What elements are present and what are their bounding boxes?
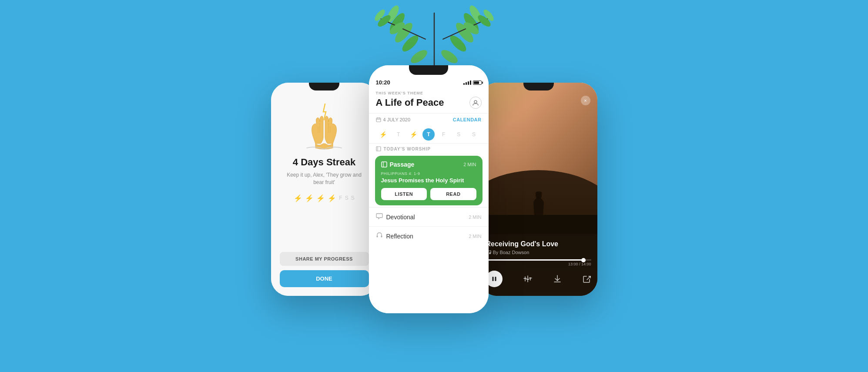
svg-line-11 (443, 17, 491, 39)
streak-bolt-1: ⚡ (294, 194, 302, 202)
date-row: 4 JULY 2020 CALENDAR (369, 113, 489, 126)
time-current: 13:00 (568, 262, 578, 266)
profile-icon[interactable] (469, 97, 482, 109)
read-button[interactable]: READ (430, 188, 476, 200)
center-header: THIS WEEK'S THEME A Life of Peace (369, 89, 489, 113)
calendar-link[interactable]: CALENDAR (453, 117, 482, 122)
svg-point-16 (388, 20, 406, 37)
signal-bar-2 (466, 82, 467, 85)
right-phone: × Receiving God's Love By Boaz Dowson (480, 83, 597, 296)
devotional-item[interactable]: Devotional 2 MIN (369, 207, 489, 226)
streak-bolt-2: ⚡ (305, 194, 314, 202)
battery-fill (474, 81, 479, 84)
reflection-icon (376, 232, 383, 240)
notch-right (523, 83, 554, 90)
svg-point-6 (439, 47, 460, 66)
svg-point-3 (392, 20, 415, 45)
signal-bar-3 (468, 81, 469, 85)
download-icon (553, 275, 562, 283)
passage-verse-ref: PHILIPPIANS 4: 1-9 (381, 171, 476, 176)
streak-bolt-3: ⚡ (316, 194, 325, 202)
center-phone: 10:20 THIS WEEK'S THEME (369, 65, 489, 313)
passage-buttons: LISTEN READ (381, 188, 476, 200)
section-label-text: TODAY'S WORSHIP (384, 147, 431, 151)
passage-label: Passage (390, 161, 415, 168)
weekday-mon: ⚡ (377, 128, 389, 141)
status-bar: 10:20 (369, 77, 489, 89)
left-phone: 4 Days Streak Keep it up, Alex, 'They gr… (271, 83, 378, 296)
book-icon (376, 146, 381, 151)
equalizer-icon (523, 275, 532, 283)
date-text: 4 JULY 2020 (383, 117, 411, 122)
svg-point-18 (373, 8, 386, 23)
streak-day-s1: S (345, 195, 349, 201)
svg-line-52 (587, 276, 590, 280)
streak-day-s2: S (351, 195, 355, 201)
passage-verse-title: Jesus Promises the Holy Spirit (381, 177, 476, 184)
svg-rect-34 (376, 236, 378, 238)
reflection-item[interactable]: Reflection 2 MIN (369, 226, 489, 245)
svg-point-5 (385, 3, 401, 24)
section-label: TODAY'S WORSHIP (369, 143, 489, 154)
streak-title: 4 Days Streak (293, 157, 355, 168)
streak-days-row: ⚡ ⚡ ⚡ ⚡ F S S (294, 194, 354, 202)
svg-rect-43 (495, 277, 496, 281)
share-button[interactable] (583, 275, 591, 283)
svg-point-4 (387, 11, 407, 34)
signal-bar-1 (463, 83, 465, 85)
close-button[interactable]: × (581, 96, 590, 105)
theme-title: A Life of Peace (376, 97, 444, 108)
svg-point-12 (462, 20, 480, 37)
svg-point-13 (476, 13, 493, 28)
calendar-small-icon (376, 117, 381, 122)
passage-title: Passage (381, 161, 415, 168)
chat-icon (376, 213, 383, 220)
devotional-icon (376, 213, 383, 221)
weekday-fri: F (438, 128, 450, 141)
passage-book-icon (381, 161, 387, 168)
svg-point-10 (467, 3, 484, 24)
passage-duration: 2 MIN (463, 162, 476, 167)
pause-icon (491, 276, 497, 282)
signal-bars (463, 80, 471, 85)
streak-bolt-4: ⚡ (328, 194, 336, 202)
theme-title-row: A Life of Peace (376, 97, 482, 109)
passage-card: Passage 2 MIN PHILIPPIANS 4: 1-9 Jesus P… (375, 156, 483, 205)
weekday-tue: T (392, 128, 405, 141)
download-button[interactable] (553, 275, 562, 283)
photo-background: × Receiving God's Love By Boaz Dowson (480, 83, 597, 296)
weekday-thu: T (422, 128, 435, 141)
reflection-left: Reflection (376, 232, 413, 240)
listen-button[interactable]: LISTEN (381, 188, 427, 200)
weekday-sun: S (468, 128, 480, 141)
share-progress-button[interactable]: SHARE MY PROGRESS (280, 252, 369, 266)
praying-hands-area (280, 102, 369, 150)
headphones-icon (376, 232, 383, 239)
equalizer-button[interactable] (523, 275, 532, 283)
track-author: By Boaz Dowson (486, 250, 591, 255)
reflection-duration: 2 MIN (469, 234, 481, 239)
reflection-label: Reflection (386, 233, 413, 240)
progress-handle (581, 258, 586, 262)
svg-point-8 (453, 20, 476, 45)
status-time: 10:20 (376, 79, 390, 86)
svg-rect-42 (492, 277, 493, 281)
done-button[interactable]: DONE (280, 270, 369, 287)
time-display: 13:00 / 14:00 (568, 262, 591, 266)
player-panel: Receiving God's Love By Boaz Dowson (480, 234, 597, 296)
progress-fill (486, 259, 584, 261)
date-left: 4 JULY 2020 (376, 117, 411, 122)
svg-point-1 (409, 47, 429, 66)
svg-point-17 (376, 13, 392, 28)
praying-hands-icon (302, 102, 346, 150)
theme-label: THIS WEEK'S THEME (376, 91, 482, 95)
signal-bar-4 (470, 80, 471, 85)
notch-center (409, 65, 448, 75)
status-icons (463, 80, 482, 85)
svg-rect-35 (381, 236, 382, 238)
progress-bar[interactable] (486, 259, 591, 261)
right-phone-content: × Receiving God's Love By Boaz Dowson (480, 83, 597, 296)
track-title: Receiving God's Love (486, 240, 591, 248)
svg-point-7 (447, 33, 468, 54)
devotional-duration: 2 MIN (469, 214, 481, 220)
